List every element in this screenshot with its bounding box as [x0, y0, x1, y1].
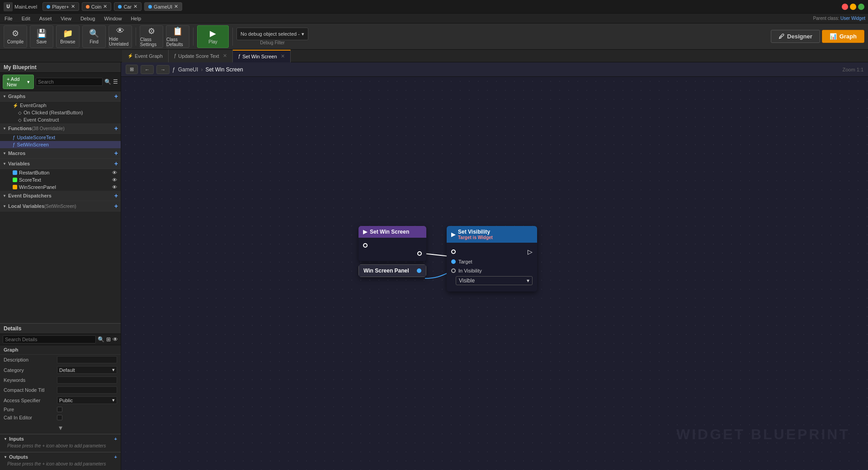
restart-button-var[interactable]: RestartButton 👁 [0, 169, 121, 176]
score-text-type-icon [13, 178, 17, 182]
set-vis-target-in-pin[interactable] [451, 259, 456, 264]
app-title: MainLevel [14, 4, 37, 9]
nav-forward-button[interactable]: → [156, 65, 170, 74]
local-variables-header[interactable]: ▼ Local Variables (SetWinScreen) + [0, 201, 121, 212]
set-win-exec-in-row [359, 241, 426, 249]
macros-section-header[interactable]: ▼ Macros + [0, 148, 121, 159]
event-dispatchers-add-button[interactable]: + [114, 192, 118, 199]
graph-toggle-button[interactable]: 📊 Graph [822, 30, 864, 43]
minimize-btn[interactable] [850, 4, 856, 10]
designer-graph-toggle: 🖊 Designer 📊 Graph [771, 30, 864, 43]
update-score-text-item[interactable]: ƒ UpdateScoreText [0, 134, 121, 141]
breadcrumb-gameui[interactable]: GameUI [178, 66, 198, 73]
menu-file[interactable]: File [3, 16, 14, 21]
maximize-btn[interactable] [858, 4, 864, 10]
set-vis-exec-in-pin[interactable] [451, 249, 456, 254]
play-button[interactable]: ▶ Play [197, 25, 229, 48]
add-new-button[interactable]: + Add New ▾ [3, 75, 34, 89]
menu-window[interactable]: Window [102, 16, 123, 21]
compact-node-input[interactable] [57, 386, 117, 394]
graphs-section-header[interactable]: ▼ Graphs + [0, 91, 121, 102]
on-clicked-item[interactable]: ◇ On Clicked (RestartButton) [0, 109, 121, 116]
graph-canvas[interactable]: ▶ Set Win Screen Win Screen Panel [121, 77, 868, 470]
zoom-fit-button[interactable]: ⊞ [126, 65, 138, 74]
set-vis-in-visibility-pin[interactable] [451, 268, 456, 273]
compile-button[interactable]: ⚙ Compile [4, 25, 27, 48]
blueprint-search-input[interactable] [36, 78, 103, 86]
debug-object-selector[interactable]: No debug object selected - ▾ [236, 28, 308, 40]
keywords-input[interactable] [57, 376, 117, 384]
class-defaults-button[interactable]: 📋 Class Defaults [166, 25, 189, 48]
class-settings-button[interactable]: ⚙ Class Settings [140, 25, 163, 48]
parent-class-label: Parent class: User Widget [813, 16, 865, 21]
call-in-editor-checkbox[interactable] [57, 415, 62, 420]
tab-event-graph[interactable]: ⚡ Event Graph [122, 50, 169, 62]
search-bar: + Add New ▾ 🔍 ☰ [0, 73, 121, 91]
set-vis-exec-out-pin[interactable]: ▷ [528, 248, 533, 255]
win-screen-panel-out-pin[interactable] [417, 268, 421, 273]
set-win-screen-node-header: ▶ Set Win Screen [359, 226, 426, 238]
score-text-var[interactable]: ScoreText 👁 [0, 176, 121, 183]
filter-icon[interactable]: ☰ [113, 79, 118, 85]
parent-class-link[interactable]: User Widget [840, 16, 865, 21]
details-panel: Details 🔍 ⊞ 👁 Graph Description Category [0, 323, 121, 470]
tab-player[interactable]: Player+ ✕ [42, 2, 79, 11]
hide-unrelated-button[interactable]: 👁 Hide Unrelated [108, 25, 132, 48]
set-win-exec-in-pin[interactable] [363, 243, 368, 248]
close-btn[interactable] [842, 4, 848, 10]
access-specifier-value: Public ▾ [57, 396, 117, 404]
designer-toggle-button[interactable]: 🖊 Designer [771, 30, 820, 43]
win-screen-panel-node[interactable]: Win Screen Panel [359, 264, 426, 277]
access-specifier-select[interactable]: Public ▾ [57, 396, 117, 404]
fn-update-score-icon: ƒ [13, 135, 15, 140]
event-dispatchers-header[interactable]: ▼ Event Dispatchers + [0, 191, 121, 201]
inputs-add-button[interactable]: + [114, 436, 117, 442]
details-search-input[interactable] [3, 335, 96, 343]
menu-help[interactable]: Help [129, 16, 143, 21]
score-text-visibility-icon[interactable]: 👁 [112, 177, 117, 183]
variables-add-button[interactable]: + [114, 160, 118, 167]
set-win-exec-out-pin[interactable] [417, 251, 422, 256]
nav-back-button[interactable]: ← [141, 65, 154, 74]
details-grid-icon[interactable]: ⊞ [106, 336, 111, 343]
graphs-add-button[interactable]: + [114, 93, 118, 100]
set-win-screen-node[interactable]: ▶ Set Win Screen [359, 226, 426, 261]
visibility-select[interactable]: Visible ▾ [456, 276, 533, 285]
tab-gameui[interactable]: GameUI ✕ [144, 2, 182, 11]
description-input[interactable] [57, 356, 117, 363]
restart-btn-visibility-icon[interactable]: 👁 [112, 170, 117, 175]
win-screen-panel-visibility-icon[interactable]: 👁 [112, 184, 117, 190]
tab-car[interactable]: Car ✕ [114, 2, 142, 11]
tab-set-win-screen[interactable]: ƒ Set Win Screen ✕ [233, 50, 291, 62]
event-graph-item-icon: ⚡ [13, 103, 18, 108]
menu-edit[interactable]: Edit [20, 16, 32, 21]
tab-coin[interactable]: Coin ✕ [82, 2, 112, 11]
menu-debug[interactable]: Debug [79, 16, 97, 21]
set-visibility-node[interactable]: ▶ Set Visibility Target is Widget ▷ Targ [447, 226, 537, 291]
event-construct-item[interactable]: ◇ Event Construct [0, 116, 121, 123]
visibility-dropdown-row: Visible ▾ [447, 275, 537, 288]
win-screen-panel-var[interactable]: WinScreenPanel 👁 [0, 183, 121, 191]
details-scroll-down[interactable]: ▾ [0, 422, 121, 434]
details-filter-icon[interactable]: 👁 [113, 336, 118, 343]
find-button[interactable]: 🔍 Find [82, 25, 106, 48]
macros-add-button[interactable]: + [114, 150, 118, 157]
menu-asset[interactable]: Asset [38, 16, 54, 21]
window-controls [842, 4, 864, 10]
set-win-screen-item[interactable]: ƒ SetWinScreen [0, 141, 121, 148]
save-button[interactable]: 💾 Save [30, 25, 53, 48]
event-graph-item[interactable]: ⚡ EventGraph [0, 102, 121, 109]
menu-view[interactable]: View [59, 16, 73, 21]
compact-node-row: Compact Node Titl [0, 385, 121, 395]
local-vars-add-button[interactable]: + [114, 202, 118, 210]
browse-button[interactable]: 📁 Browse [56, 25, 80, 48]
functions-section-header[interactable]: ▼ Functions (38 Overridable) + [0, 123, 121, 134]
toolbar-separator-2 [193, 28, 193, 46]
variables-section-header[interactable]: ▼ Variables + [0, 159, 121, 169]
category-select[interactable]: Default ▾ [57, 366, 117, 374]
outputs-add-button[interactable]: + [114, 454, 117, 460]
functions-add-button[interactable]: + [114, 125, 118, 132]
pure-checkbox[interactable] [57, 407, 62, 412]
restart-btn-type-icon [13, 170, 17, 175]
tab-update-score-text[interactable]: ƒ Update Score Text ✕ [169, 50, 233, 62]
